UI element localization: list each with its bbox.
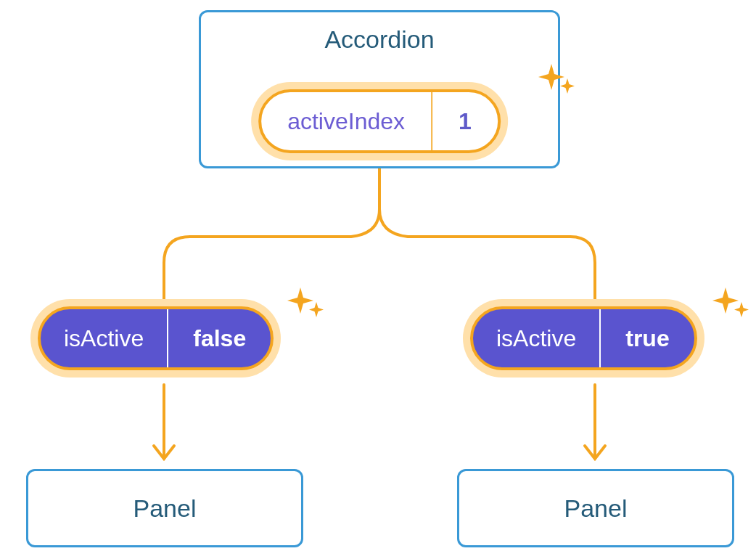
panel-node-left: Panel: [26, 469, 303, 547]
diagram-stage: Accordion activeIndex 1 isActive false: [0, 0, 756, 559]
sparkle-icon: [711, 286, 752, 330]
panel-label-left: Panel: [133, 494, 197, 523]
state-value: 1: [432, 92, 498, 150]
prop-pill-right: isActive true: [470, 306, 697, 370]
prop-val-left: false: [168, 309, 271, 367]
prop-key-left: isActive: [41, 309, 168, 367]
state-pill-wrap: activeIndex 1: [251, 82, 508, 160]
panel-node-right: Panel: [457, 469, 734, 547]
sparkle-icon: [537, 62, 578, 106]
prop-pill-right-wrap: isActive true: [463, 299, 704, 378]
prop-pill-left-halo: isActive false: [30, 299, 281, 378]
accordion-node: Accordion activeIndex 1: [199, 10, 560, 168]
prop-pill-left: isActive false: [38, 306, 274, 370]
state-pill-halo: activeIndex 1: [251, 82, 508, 160]
prop-pill-right-halo: isActive true: [463, 299, 704, 378]
prop-pill-left-wrap: isActive false: [30, 299, 281, 378]
prop-val-right: true: [601, 309, 694, 367]
accordion-title: Accordion: [201, 25, 558, 54]
state-key: activeIndex: [261, 92, 432, 150]
state-pill: activeIndex 1: [258, 89, 501, 153]
prop-key-right: isActive: [473, 309, 601, 367]
panel-label-right: Panel: [564, 494, 628, 523]
sparkle-icon: [286, 286, 326, 330]
